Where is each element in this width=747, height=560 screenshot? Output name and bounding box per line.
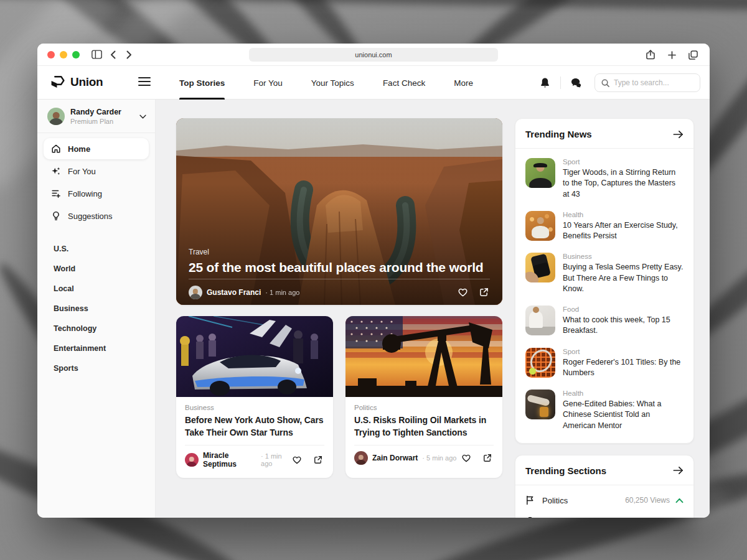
tab-top-stories[interactable]: Top Stories bbox=[179, 66, 225, 100]
article-time: 5 min ago bbox=[422, 454, 456, 462]
hero-title: 25 of the most beautiful places around t… bbox=[189, 260, 490, 275]
new-tab-icon[interactable] bbox=[664, 47, 680, 63]
article-time: 1 min ago bbox=[265, 289, 299, 296]
menu-icon[interactable] bbox=[138, 77, 151, 86]
address-bar[interactable]: unionui.com bbox=[249, 48, 498, 62]
user-plan: Premium Plan bbox=[70, 118, 134, 125]
messages-icon[interactable] bbox=[567, 73, 586, 92]
category-list: U.S. World Local Business Technology Ent… bbox=[37, 239, 155, 378]
hero-article-card[interactable]: Travel 25 of the most beautiful places a… bbox=[176, 118, 502, 305]
section-row-business[interactable]: Business 45,000 Views bbox=[525, 511, 684, 518]
sidebar-item-following[interactable]: Following bbox=[44, 183, 149, 204]
hero-category: Travel bbox=[189, 248, 490, 256]
trending-item[interactable]: Health Gene-Edited Babies: What a Chines… bbox=[525, 384, 684, 437]
article-byline[interactable]: Zain Dorwart 5 min ago bbox=[354, 451, 460, 465]
trending-item[interactable]: Business Buying a Tesla Seems Pretty Eas… bbox=[525, 247, 684, 300]
share-page-icon[interactable] bbox=[642, 47, 659, 63]
sparkles-icon bbox=[51, 166, 62, 176]
like-heart-icon[interactable] bbox=[456, 286, 469, 299]
right-rail: Trending News Sport Tiger Woods, in a St… bbox=[515, 118, 694, 518]
flag-icon bbox=[525, 495, 536, 505]
sidebar-item-home[interactable]: Home bbox=[44, 138, 149, 159]
author-avatar bbox=[189, 286, 202, 299]
section-row-politics[interactable]: Politics 60,250 Views bbox=[525, 490, 684, 511]
tab-more[interactable]: More bbox=[454, 66, 473, 100]
trending-item[interactable]: Sport Tiger Woods, in a Stirring Return … bbox=[525, 152, 684, 205]
trending-news-card: Trending News Sport Tiger Woods, in a St… bbox=[515, 118, 694, 444]
sidebar-item-suggestions[interactable]: Suggestions bbox=[44, 205, 149, 226]
briefcase-icon bbox=[525, 516, 536, 518]
url-text: unionui.com bbox=[355, 51, 392, 58]
union-logo-icon bbox=[50, 74, 65, 90]
user-avatar bbox=[47, 108, 65, 125]
like-heart-icon[interactable] bbox=[460, 452, 472, 464]
header-divider bbox=[560, 77, 561, 89]
oil-pumpjack-image bbox=[345, 316, 502, 397]
trending-thumbnail-exercise bbox=[525, 211, 555, 241]
hero-byline[interactable]: Gustavo Franci 1 min ago bbox=[189, 286, 456, 299]
open-external-icon[interactable] bbox=[312, 454, 324, 466]
traffic-lights bbox=[47, 51, 80, 58]
primary-tabs: Top Stories For You Your Topics Fact Che… bbox=[179, 66, 473, 100]
search-bar[interactable] bbox=[594, 73, 700, 92]
user-name: Randy Carder bbox=[70, 108, 134, 116]
minimize-window-button[interactable] bbox=[60, 51, 67, 58]
author-avatar bbox=[354, 451, 368, 465]
article-title: U.S. Risks Roiling Oil Markets in Trying… bbox=[354, 414, 494, 439]
close-window-button[interactable] bbox=[47, 51, 55, 58]
author-name: Miracle Septimus bbox=[203, 451, 256, 469]
sidebar-category-technology[interactable]: Technology bbox=[37, 319, 155, 338]
chevron-down-icon[interactable] bbox=[139, 114, 146, 119]
sidebar-category-entertainment[interactable]: Entertainment bbox=[37, 338, 155, 358]
trending-item[interactable]: Health 10 Years After an Exercise Study,… bbox=[525, 205, 684, 248]
zoom-window-button[interactable] bbox=[72, 51, 80, 58]
tab-overview-icon[interactable] bbox=[685, 47, 701, 63]
auto-show-image bbox=[176, 316, 333, 397]
trending-thumbnail-gene-lab bbox=[525, 390, 555, 419]
tab-fact-check[interactable]: Fact Check bbox=[383, 66, 425, 100]
trending-thumbnail-cooking bbox=[525, 306, 555, 335]
back-button[interactable] bbox=[105, 47, 121, 63]
trending-news-title: Trending News bbox=[525, 129, 592, 139]
trending-sections-title: Trending Sections bbox=[525, 465, 606, 476]
search-icon bbox=[601, 79, 609, 87]
article-title: Before New York Auto Show, Cars Take The… bbox=[185, 414, 324, 439]
forward-button[interactable] bbox=[121, 47, 137, 63]
sidebar-category-sports[interactable]: Sports bbox=[37, 358, 155, 378]
lightbulb-icon bbox=[51, 211, 62, 221]
sidebar-item-for-you[interactable]: For You bbox=[44, 161, 149, 182]
sidebar-category-us[interactable]: U.S. bbox=[37, 239, 155, 259]
notifications-bell-icon[interactable] bbox=[535, 73, 554, 92]
home-icon bbox=[51, 144, 62, 154]
sidebar-category-business[interactable]: Business bbox=[37, 299, 155, 319]
article-category: Politics bbox=[354, 404, 494, 411]
brand-name: Union bbox=[70, 75, 103, 89]
sidebar-toggle-icon[interactable] bbox=[88, 47, 105, 63]
brand[interactable]: Union bbox=[50, 74, 103, 90]
follow-list-icon bbox=[51, 189, 62, 198]
article-time: 1 min ago bbox=[261, 452, 291, 467]
user-profile[interactable]: Randy Carder Premium Plan bbox=[37, 100, 155, 133]
tab-for-you[interactable]: For You bbox=[253, 66, 283, 100]
sidebar-category-world[interactable]: World bbox=[37, 259, 155, 279]
article-card-oil-markets[interactable]: Politics U.S. Risks Roiling Oil Markets … bbox=[345, 316, 502, 478]
arrow-right-icon[interactable] bbox=[673, 130, 684, 139]
article-card-auto-show[interactable]: Business Before New York Auto Show, Cars… bbox=[176, 316, 333, 478]
left-sidebar: Randy Carder Premium Plan Home For You bbox=[37, 100, 156, 518]
author-name: Zain Dorwart bbox=[372, 454, 418, 462]
tab-your-topics[interactable]: Your Topics bbox=[311, 66, 354, 100]
article-byline[interactable]: Miracle Septimus 1 min ago bbox=[185, 451, 291, 469]
author-avatar bbox=[185, 453, 199, 467]
arrow-right-icon[interactable] bbox=[673, 466, 684, 475]
open-external-icon[interactable] bbox=[481, 452, 494, 464]
trending-item[interactable]: Sport Roger Federer's 101 Titles: By the… bbox=[525, 342, 684, 385]
trending-item[interactable]: Food What to cook this week, Top 15 Brea… bbox=[525, 300, 684, 342]
trend-up-icon bbox=[675, 498, 684, 503]
search-input[interactable] bbox=[614, 78, 688, 87]
open-external-icon[interactable] bbox=[477, 286, 490, 299]
trending-sections-card: Trending Sections Politics 60,250 Views bbox=[515, 455, 694, 518]
like-heart-icon[interactable] bbox=[291, 454, 303, 466]
trending-thumbnail-tesla bbox=[525, 253, 555, 282]
sidebar-category-local[interactable]: Local bbox=[37, 279, 155, 299]
browser-window: unionui.com bbox=[37, 44, 710, 518]
